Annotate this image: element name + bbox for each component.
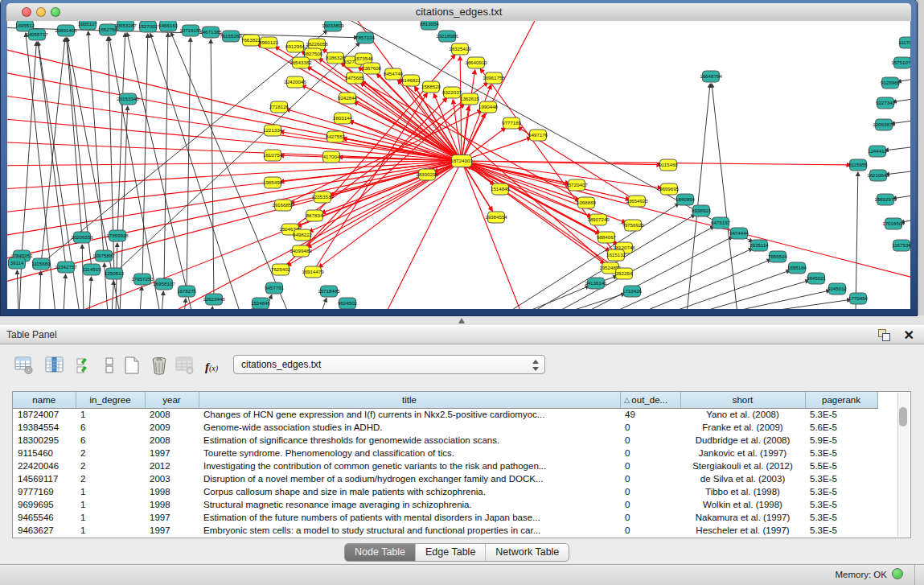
- graph-edge[interactable]: [64, 274, 66, 309]
- table-cell[interactable]: Structural magnetic resonance image aver…: [199, 498, 620, 511]
- table-cell[interactable]: 18724007: [13, 408, 76, 421]
- graph-node[interactable]: 417004: [323, 151, 340, 163]
- graph-node[interactable]: 14671385: [199, 27, 222, 38]
- graph-edge[interactable]: [385, 161, 462, 309]
- graph-node[interactable]: 3475685: [345, 72, 365, 84]
- table-settings-icon[interactable]: [13, 354, 35, 377]
- graph-edge[interactable]: [530, 215, 695, 309]
- table-cell[interactable]: Estimation of significance thresholds fo…: [199, 434, 620, 447]
- graph-node[interactable]: 1678275: [177, 286, 197, 297]
- table-cell[interactable]: Embryonic stem cells: a model to study s…: [199, 524, 620, 537]
- graph-edge[interactable]: [89, 277, 92, 309]
- scrollbar-thumb[interactable]: [899, 407, 907, 426]
- column-header-pagerank[interactable]: pagerank: [805, 392, 877, 408]
- graph-node[interactable]: 7625402: [271, 264, 291, 275]
- table-cell[interactable]: 9463627: [13, 524, 76, 537]
- graph-node[interactable]: 39114: [9, 257, 26, 269]
- table-cell[interactable]: 6: [76, 434, 145, 447]
- graph-node[interactable]: 9129966: [881, 77, 901, 89]
- table-cell[interactable]: 2: [76, 459, 145, 472]
- new-document-icon[interactable]: [121, 354, 143, 377]
- graph-edge[interactable]: [168, 161, 462, 309]
- table-row[interactable]: 1830029562008Estimation of significance …: [13, 434, 877, 447]
- column-header-out_de[interactable]: △out_de...: [620, 392, 680, 408]
- graph-edge[interactable]: [19, 263, 22, 309]
- table-row[interactable]: 946554611997Estimation of the future num…: [13, 511, 877, 524]
- graph-node[interactable]: 6497176: [528, 130, 548, 141]
- column-header-name[interactable]: name: [13, 392, 76, 408]
- table-cell[interactable]: Wolkin et al. (1998): [680, 498, 805, 511]
- table-cell[interactable]: Franke et al. (2009): [680, 421, 805, 434]
- graph-edge[interactable]: [723, 290, 830, 309]
- table-cell[interactable]: 5.3E-5: [805, 408, 877, 421]
- graph-node[interactable]: 2718126: [269, 101, 290, 113]
- graph-node[interactable]: 8813054: [420, 21, 440, 30]
- table-cell[interactable]: 5.3E-5: [805, 472, 877, 485]
- memory-status-indicator[interactable]: [892, 568, 903, 579]
- graph-node[interactable]: 1114519: [82, 264, 101, 275]
- graph-node[interactable]: 1733426: [622, 286, 643, 297]
- table-cell[interactable]: 0: [620, 434, 680, 447]
- table-cell[interactable]: 0: [620, 511, 680, 524]
- table-cell[interactable]: 0: [620, 447, 680, 459]
- table-selector-dropdown[interactable]: citations_edges.txt: [233, 355, 545, 374]
- table-cell[interactable]: 1: [76, 511, 145, 524]
- graph-node[interactable]: 14136141: [585, 278, 607, 289]
- graph-edge[interactable]: [112, 281, 113, 309]
- graph-node[interactable]: 8427552: [326, 131, 346, 142]
- table-cell[interactable]: 0: [620, 524, 680, 537]
- graph-edge[interactable]: [885, 146, 910, 150]
- table-cell[interactable]: Changes of HCN gene expression and I(f) …: [199, 408, 620, 421]
- table-cell[interactable]: Nakamura et al. (1997): [680, 511, 805, 524]
- graph-edge[interactable]: [462, 21, 538, 161]
- graph-edge[interactable]: [321, 298, 326, 309]
- graph-node[interactable]: 16210643: [867, 170, 889, 181]
- graph-edge[interactable]: [7, 45, 462, 161]
- graph-node[interactable]: 1514845: [491, 183, 511, 195]
- graph-node[interactable]: 1840954: [676, 194, 696, 205]
- table-row[interactable]: 911546021997Tourette syndrome. Phenomeno…: [13, 447, 877, 459]
- graph-node[interactable]: 1810754: [263, 150, 283, 161]
- network-canvas[interactable]: 1695512140557172089140610051271652768106…: [7, 21, 910, 309]
- graph-node[interactable]: 15718485: [318, 286, 340, 297]
- tab-edge-table[interactable]: Edge Table: [416, 544, 486, 561]
- graph-edge[interactable]: [39, 271, 41, 309]
- graph-node[interactable]: 2803144: [333, 113, 353, 124]
- graph-node[interactable]: 1524845: [251, 298, 271, 309]
- delete-rows-trash-icon[interactable]: [148, 354, 170, 377]
- table-cell[interactable]: 49: [620, 408, 680, 421]
- graph-edge[interactable]: [17, 270, 18, 309]
- graph-node[interactable]: 1695184: [787, 262, 807, 274]
- graph-node[interactable]: 12093871: [873, 119, 895, 130]
- graph-node[interactable]: 19166857: [272, 200, 294, 211]
- graph-node[interactable]: 1167534: [892, 240, 910, 251]
- graph-edge[interactable]: [893, 97, 910, 102]
- graph-edge[interactable]: [140, 286, 142, 309]
- graph-node[interactable]: 9115460: [659, 159, 678, 171]
- table-cell[interactable]: de Silva et al. (2003): [680, 472, 805, 485]
- graph-node[interactable]: 252254: [616, 268, 633, 279]
- graph-node[interactable]: 7663822: [241, 35, 261, 46]
- table-cell[interactable]: 2: [76, 447, 145, 459]
- graph-node[interactable]: 7857224: [355, 32, 376, 43]
- graph-edge[interactable]: [211, 39, 214, 299]
- graph-node[interactable]: 9699695: [659, 183, 680, 195]
- graph-node[interactable]: 14099489: [290, 245, 312, 257]
- table-cell[interactable]: 22420046: [13, 459, 76, 472]
- graph-edge[interactable]: [562, 294, 625, 309]
- table-scrollbar[interactable]: [897, 393, 909, 537]
- graph-edge[interactable]: [695, 281, 809, 309]
- graph-node[interactable]: 9245012: [827, 283, 848, 295]
- graph-node[interactable]: 6479197: [711, 217, 731, 229]
- graph-node[interactable]: 18640910: [465, 57, 487, 68]
- graph-node[interactable]: 10653287: [114, 21, 137, 31]
- graph-node[interactable]: 1588520: [421, 81, 441, 93]
- table-cell[interactable]: 5.3E-5: [805, 447, 877, 459]
- graph-node[interactable]: 19218986: [436, 31, 458, 42]
- table-cell[interactable]: Investigating the contribution of common…: [199, 459, 620, 472]
- graph-node[interactable]: 1250513: [105, 268, 125, 279]
- graph-node[interactable]: 1115680: [31, 258, 51, 270]
- graph-node[interactable]: 9498222: [293, 229, 313, 241]
- table-cell[interactable]: 0: [620, 459, 680, 472]
- graph-node[interactable]: 16543382: [290, 57, 312, 68]
